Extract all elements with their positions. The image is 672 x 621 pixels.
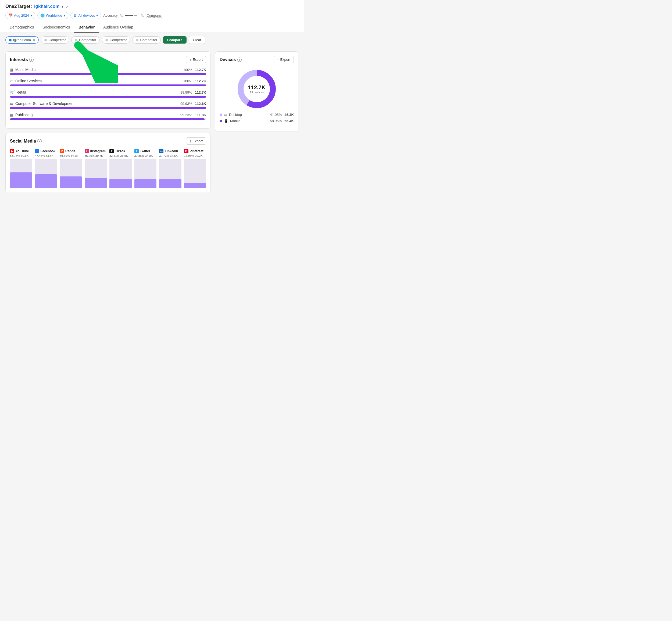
- competitor-chip-2[interactable]: Competitor: [71, 36, 100, 44]
- interest-item-0: ▦ Mass Media 100% 112.7K: [10, 68, 206, 75]
- interest-bar-track-4: [10, 118, 206, 120]
- location-filter[interactable]: 🌐 Worldwide ▾: [37, 12, 68, 19]
- interest-item-4: ▤ Publishing 99.23% 111.8K: [10, 113, 206, 120]
- social-bar-fill-7: [184, 183, 207, 188]
- interest-icon-4: ▤: [10, 113, 13, 117]
- left-panel: Interests i ↑ Export ▦ Mass Media 100% 1…: [5, 51, 211, 193]
- inactive-dot-2: [75, 39, 78, 41]
- interests-title: Interests i: [10, 57, 34, 62]
- interests-export-button[interactable]: ↑ Export: [186, 56, 206, 63]
- device-pct-0: 41.05%: [270, 113, 282, 117]
- social-bar-fill-2: [60, 176, 82, 188]
- devices-title-text: Devices: [220, 57, 236, 62]
- devices-export-button[interactable]: ↑ Export: [274, 56, 294, 63]
- social-stats-7: 17.93% 20.2K: [184, 154, 203, 157]
- interest-name-3: ▭ Computer Software & Development: [10, 101, 75, 106]
- social-name-row-6: in LinkedIn: [159, 149, 178, 153]
- social-bar-container-5: [134, 159, 157, 188]
- tab-behavior[interactable]: Behavior: [74, 22, 99, 33]
- remove-competitor-0[interactable]: ✕: [33, 38, 35, 42]
- interest-stats-4: 99.23% 111.8K: [180, 113, 206, 117]
- interest-name-0: ▦ Mass Media: [10, 68, 36, 72]
- donut-chart: 112.7K All devices: [235, 68, 278, 111]
- social-icon-pinterest: P: [184, 149, 188, 153]
- interest-label-1: Online Services: [15, 79, 42, 83]
- interest-val-0: 112.7K: [195, 68, 206, 72]
- date-label: Aug 2024: [14, 13, 29, 17]
- tab-audience-overlap[interactable]: Audience Overlap: [99, 22, 137, 33]
- social-name-row-2: R Reddit: [60, 149, 75, 153]
- clear-button[interactable]: Clear: [189, 36, 205, 44]
- competitor-label-1: Competitor: [49, 38, 66, 42]
- right-panel: Devices i ↑ Export: [215, 51, 298, 193]
- compare-button[interactable]: Compare: [163, 36, 186, 44]
- interest-val-1: 112.7K: [195, 79, 206, 83]
- interest-pct-1: 100%: [183, 79, 192, 83]
- social-stats-2: 39.69% 44.7K: [60, 154, 78, 157]
- competitor-chip-4[interactable]: Competitor: [132, 36, 161, 44]
- inactive-dot-1: [44, 39, 47, 41]
- interest-bar-fill-2: [10, 96, 206, 98]
- interests-info-icon[interactable]: i: [29, 57, 34, 62]
- social-icon-reddit: R: [60, 149, 64, 153]
- interest-name-1: ▭ Online Services: [10, 79, 42, 83]
- interest-icon-1: ▭: [10, 79, 13, 83]
- devices-info-icon[interactable]: i: [237, 57, 242, 62]
- device-name-0: Desktop: [229, 113, 242, 117]
- interest-val-2: 112.7K: [195, 90, 206, 94]
- devices-icon: 🖥: [74, 13, 77, 17]
- interest-bar-track-3: [10, 107, 206, 109]
- interest-label-2: Retail: [16, 90, 26, 94]
- device-pct-1: 58.95%: [270, 119, 282, 123]
- social-platform-0: YouTube: [15, 149, 29, 153]
- social-icon-tiktok: T: [109, 149, 114, 153]
- device-stats-1: 58.95% 66.4K: [270, 119, 294, 123]
- date-filter[interactable]: 📅 Aug 2024 ▾: [5, 12, 35, 19]
- social-item-tiktok: T TikTok 32.41% 36.5K: [109, 149, 132, 188]
- social-item-youtube: ▶ YouTube 53.75% 60.6K: [10, 149, 32, 188]
- social-info-icon[interactable]: i: [37, 139, 42, 143]
- interest-row-1: ▭ Online Services 100% 112.7K: [10, 79, 206, 83]
- interest-label-0: Mass Media: [15, 68, 36, 72]
- devices-filter[interactable]: 🖥 All devices ▾: [71, 12, 101, 19]
- interest-row-0: ▦ Mass Media 100% 112.7K: [10, 68, 206, 72]
- tab-socioeconomics[interactable]: Socioeconomics: [38, 22, 74, 33]
- social-platform-2: Reddit: [65, 149, 75, 153]
- company-label[interactable]: Company: [146, 13, 162, 18]
- interest-icon-3: ▭: [10, 101, 13, 106]
- social-bar-fill-6: [159, 179, 181, 188]
- interest-bar-fill-1: [10, 84, 206, 86]
- social-name-row-0: ▶ YouTube: [10, 149, 29, 153]
- social-stats-5: 30.86% 34.8K: [134, 154, 153, 157]
- social-bar-container-6: [159, 159, 181, 188]
- location-caret: ▾: [63, 13, 65, 17]
- external-link-icon[interactable]: ↗: [65, 5, 69, 9]
- social-platform-7: Pinterest: [190, 149, 204, 153]
- device-left-1: 📱 Mobile: [220, 119, 240, 123]
- social-bar-fill-1: [35, 174, 57, 188]
- devices-card-header: Devices i ↑ Export: [220, 56, 294, 63]
- social-stats-4: 32.41% 36.5K: [109, 154, 128, 157]
- interest-row-4: ▤ Publishing 99.23% 111.8K: [10, 113, 206, 117]
- social-platform-1: Facebook: [41, 149, 56, 153]
- interest-item-2: 🛒 Retail 99.99% 112.7K: [10, 90, 206, 98]
- info-icon-accuracy[interactable]: ⓘ: [120, 13, 123, 18]
- competitor-chip-0[interactable]: igkhair.com ✕: [5, 36, 39, 44]
- social-media-card: Social Media i ↑ Export ▶ YouTube 53.75%…: [5, 133, 211, 193]
- device-icon-1: 📱: [224, 119, 228, 123]
- devices-export-icon: ↑: [277, 57, 279, 61]
- social-item-facebook: f Facebook 47.46% 53.5K: [35, 149, 57, 188]
- competitor-chip-1[interactable]: Competitor: [41, 36, 70, 44]
- interest-val-4: 111.8K: [195, 113, 206, 117]
- social-export-button[interactable]: ↑ Export: [186, 137, 206, 145]
- devices-export-label: Export: [280, 57, 290, 61]
- competitor-chip-3[interactable]: Competitor: [102, 36, 130, 44]
- device-row-1: 📱 Mobile 58.95% 66.4K: [220, 119, 294, 123]
- domain-link[interactable]: igkhair.com: [34, 4, 59, 9]
- tab-demographics[interactable]: Demographics: [5, 22, 38, 33]
- domain-caret[interactable]: ▾: [61, 5, 63, 9]
- social-stats-3: 35.26% 39.7K: [85, 154, 103, 157]
- social-platform-5: Twitter: [140, 149, 150, 153]
- interest-bar-fill-3: [10, 107, 206, 109]
- interest-name-4: ▤ Publishing: [10, 113, 33, 117]
